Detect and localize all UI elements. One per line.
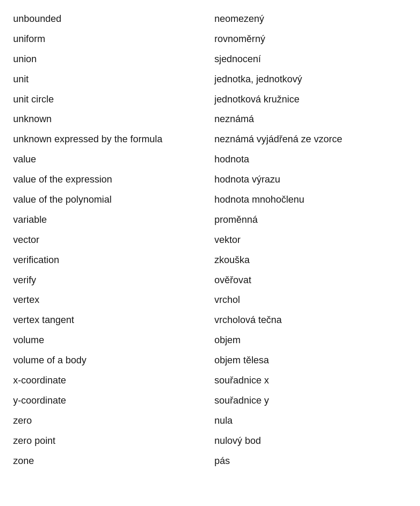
czech-translation: sjednocení bbox=[210, 49, 407, 69]
table-row: vectorvektor bbox=[13, 230, 407, 250]
english-term: vertex bbox=[13, 290, 210, 310]
english-term: uniform bbox=[13, 29, 210, 49]
table-row: volumeobjem bbox=[13, 330, 407, 350]
table-row: unknown expressed by the formulaneznámá … bbox=[13, 129, 407, 149]
english-term: unit bbox=[13, 69, 210, 89]
table-row: valuehodnota bbox=[13, 149, 407, 169]
english-term: zero bbox=[13, 411, 210, 431]
table-row: vertex tangentvrcholová tečna bbox=[13, 310, 407, 330]
czech-translation: souřadnice x bbox=[210, 370, 407, 390]
table-row: vertexvrchol bbox=[13, 290, 407, 310]
czech-translation: hodnota výrazu bbox=[210, 169, 407, 190]
english-term: zero point bbox=[13, 431, 210, 451]
czech-translation: vrchol bbox=[210, 290, 407, 310]
english-term: volume of a body bbox=[13, 350, 210, 370]
czech-translation: neznámá vyjádřená ze vzorce bbox=[210, 129, 407, 149]
english-term: value bbox=[13, 149, 210, 169]
czech-translation: jednotka, jednotkový bbox=[210, 69, 407, 89]
english-term: vector bbox=[13, 230, 210, 250]
english-term: unit circle bbox=[13, 89, 210, 109]
czech-translation: nula bbox=[210, 411, 407, 431]
table-row: unionsjednocení bbox=[13, 49, 407, 69]
table-row: unknownneznámá bbox=[13, 109, 407, 129]
table-row: value of the polynomialhodnota mnohočlen… bbox=[13, 190, 407, 210]
english-term: verify bbox=[13, 270, 210, 290]
english-term: variable bbox=[13, 210, 210, 230]
table-row: verifyověřovat bbox=[13, 270, 407, 290]
czech-translation: hodnota bbox=[210, 149, 407, 169]
english-term: y-coordinate bbox=[13, 390, 210, 411]
czech-translation: vektor bbox=[210, 230, 407, 250]
english-term: unbounded bbox=[13, 9, 210, 29]
czech-translation: hodnota mnohočlenu bbox=[210, 190, 407, 210]
table-row: zeronula bbox=[13, 411, 407, 431]
table-row: y-coordinatesouřadnice y bbox=[13, 390, 407, 411]
table-row: value of the expressionhodnota výrazu bbox=[13, 169, 407, 190]
table-row: unit circlejednotková kružnice bbox=[13, 89, 407, 109]
czech-translation: rovnoměrný bbox=[210, 29, 407, 49]
czech-translation: nulový bod bbox=[210, 431, 407, 451]
table-row: variableproměnná bbox=[13, 210, 407, 230]
english-term: unknown expressed by the formula bbox=[13, 129, 210, 149]
czech-translation: objem bbox=[210, 330, 407, 350]
table-row: zonepás bbox=[13, 451, 407, 471]
english-term: value of the polynomial bbox=[13, 190, 210, 210]
czech-translation: proměnná bbox=[210, 210, 407, 230]
czech-translation: zkouška bbox=[210, 250, 407, 270]
english-term: value of the expression bbox=[13, 169, 210, 190]
english-term: x-coordinate bbox=[13, 370, 210, 390]
table-row: uniformrovnoměrný bbox=[13, 29, 407, 49]
english-term: union bbox=[13, 49, 210, 69]
table-row: volume of a bodyobjem tělesa bbox=[13, 350, 407, 370]
czech-translation: souřadnice y bbox=[210, 390, 407, 411]
table-row: verificationzkouška bbox=[13, 250, 407, 270]
czech-translation: vrcholová tečna bbox=[210, 310, 407, 330]
czech-translation: pás bbox=[210, 451, 407, 471]
czech-translation: jednotková kružnice bbox=[210, 89, 407, 109]
english-term: vertex tangent bbox=[13, 310, 210, 330]
czech-translation: ověřovat bbox=[210, 270, 407, 290]
table-row: unitjednotka, jednotkový bbox=[13, 69, 407, 89]
table-row: zero pointnulový bod bbox=[13, 431, 407, 451]
czech-translation: neznámá bbox=[210, 109, 407, 129]
dictionary-table: unboundedneomezenýuniformrovnoměrnýunion… bbox=[13, 9, 407, 471]
english-term: unknown bbox=[13, 109, 210, 129]
table-row: x-coordinatesouřadnice x bbox=[13, 370, 407, 390]
english-term: volume bbox=[13, 330, 210, 350]
english-term: verification bbox=[13, 250, 210, 270]
czech-translation: neomezený bbox=[210, 9, 407, 29]
czech-translation: objem tělesa bbox=[210, 350, 407, 370]
english-term: zone bbox=[13, 451, 210, 471]
table-row: unboundedneomezený bbox=[13, 9, 407, 29]
